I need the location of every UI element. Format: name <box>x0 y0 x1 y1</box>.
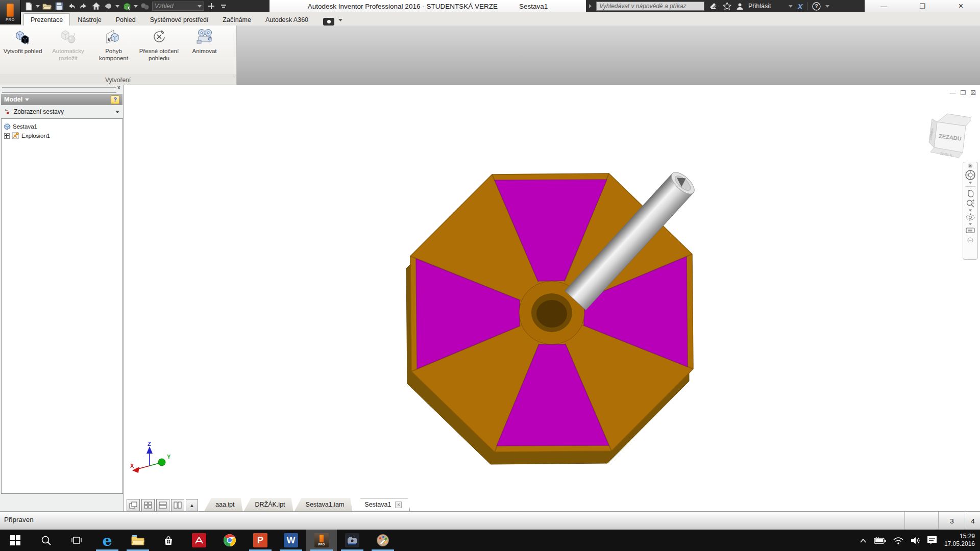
help-icon[interactable]: ? <box>812 2 821 11</box>
assembly-view-selector[interactable]: Zobrazení sestavy <box>1 106 122 117</box>
appearance-combo[interactable]: Vzhled <box>152 2 204 11</box>
return-icon[interactable] <box>103 2 113 11</box>
minimize-icon[interactable]: — <box>874 3 894 10</box>
zoom-icon[interactable] <box>964 199 976 208</box>
pan-hand-icon[interactable] <box>964 189 976 198</box>
tree-item-explosion1[interactable]: Explosion1 <box>2 131 122 140</box>
battery-icon[interactable] <box>874 537 886 544</box>
move-components-button[interactable]: Pohyb komponent <box>91 26 136 72</box>
browser-close-icon[interactable]: x <box>117 85 120 90</box>
communication-center-icon[interactable] <box>709 2 718 10</box>
help-dropdown-icon[interactable] <box>825 5 829 8</box>
return-dropdown-icon[interactable] <box>115 5 119 8</box>
doc-minimize-icon[interactable]: — <box>949 89 955 96</box>
look-at-icon[interactable] <box>964 227 976 235</box>
help-search-placeholder: Vyhledávat v nápovědě a příkaz <box>599 3 687 10</box>
tab-prezentace[interactable]: Prezentace <box>23 13 70 26</box>
cascade-windows-button[interactable] <box>127 499 140 511</box>
tab-zaciname[interactable]: Začínáme <box>216 14 258 26</box>
open-icon[interactable] <box>42 2 52 11</box>
camera-app-button[interactable] <box>337 530 368 551</box>
material-cube-icon[interactable] <box>121 2 132 11</box>
tab-systemove-prostredi[interactable]: Systémové prostředí <box>143 14 215 26</box>
animate-button[interactable]: Animovat <box>182 26 227 72</box>
help-search-input[interactable]: Vyhledávat v nápovědě a příkaz <box>596 2 704 11</box>
navigation-wheel-icon[interactable] <box>964 169 976 181</box>
volume-icon[interactable] <box>911 537 920 544</box>
tile-vertical-button[interactable] <box>171 499 184 511</box>
graphics-viewport[interactable]: — ❐ ☒ ZEZADU ZPRAVA ZDOLA <box>124 85 980 511</box>
doc-tab-drzak[interactable]: DRŽÁK.ipt <box>244 498 293 511</box>
taskbar-search-button[interactable] <box>31 530 61 551</box>
tree-item-sestava1[interactable]: Sestava1 <box>2 122 122 131</box>
material-dropdown-icon[interactable] <box>134 5 138 8</box>
precise-view-rotate-button[interactable]: Přesné otočení pohledu <box>136 26 182 72</box>
doc-tab-close-icon[interactable]: × <box>395 502 402 508</box>
browser-header-caret-icon[interactable] <box>25 98 29 101</box>
appearance-combo-caret-icon[interactable] <box>198 5 202 8</box>
browser-header[interactable]: Model ? <box>1 94 122 105</box>
redo-icon[interactable] <box>79 2 89 11</box>
search-collapse-icon[interactable] <box>589 4 592 8</box>
task-view-button[interactable] <box>61 530 92 551</box>
navbar-zoom-dropdown-icon[interactable] <box>969 210 972 212</box>
create-view-button[interactable]: Vytvořit pohled <box>0 26 45 72</box>
restore-icon[interactable]: ❐ <box>912 3 933 10</box>
signin-button[interactable]: Přihlásit <box>748 3 771 10</box>
tree-expander-icon[interactable] <box>4 133 10 139</box>
save-icon[interactable] <box>54 2 64 11</box>
tab-nastroje[interactable]: Nástroje <box>71 14 108 26</box>
browser-help-icon[interactable]: ? <box>111 95 119 104</box>
home-icon[interactable] <box>91 2 101 11</box>
undo-icon[interactable] <box>66 2 77 11</box>
tab-autodesk-a360[interactable]: Autodesk A360 <box>259 14 315 26</box>
tile-windows-button[interactable] <box>141 499 155 511</box>
favorites-star-icon[interactable] <box>723 2 731 10</box>
exchange-apps-icon[interactable]: X <box>797 2 802 11</box>
wifi-icon[interactable] <box>893 537 903 544</box>
expand-tab-bar-button[interactable]: ▲ <box>186 499 198 511</box>
navbar-more-icon[interactable] <box>964 236 976 242</box>
word-button[interactable]: W <box>276 530 306 551</box>
screencast-icon[interactable] <box>323 18 334 26</box>
doc-close-icon[interactable]: ☒ <box>970 89 976 96</box>
ribbon-group-label[interactable]: Vytvoření <box>0 74 236 85</box>
customize-toolbar-icon[interactable] <box>218 2 229 11</box>
start-button[interactable] <box>0 530 31 551</box>
inventor-taskbar-button[interactable]: PRO <box>306 530 337 551</box>
new-file-icon[interactable] <box>23 2 34 11</box>
navbar-wheel-dropdown-icon[interactable] <box>969 182 972 184</box>
new-file-dropdown-icon[interactable] <box>36 5 40 8</box>
assembly-view-caret-icon[interactable] <box>115 111 119 113</box>
a360-button[interactable] <box>184 530 214 551</box>
tile-horizontal-button[interactable] <box>156 499 169 511</box>
signin-person-icon[interactable] <box>736 3 744 10</box>
powerpoint-button[interactable]: P <box>245 530 276 551</box>
orbit-icon[interactable] <box>964 213 976 222</box>
doc-restore-icon[interactable]: ❐ <box>960 89 966 96</box>
navbar-close-icon[interactable] <box>964 163 976 168</box>
chrome-button[interactable] <box>214 530 245 551</box>
navigation-bar[interactable] <box>963 162 978 260</box>
file-explorer-button[interactable] <box>122 530 153 551</box>
appearance-combo-value: Vzhled <box>155 3 174 10</box>
view-cube[interactable]: ZEZADU ZPRAVA ZDOLA <box>922 110 971 159</box>
doc-tab-sestava1-iam[interactable]: Sestava1.iam <box>295 498 353 511</box>
store-button[interactable] <box>153 530 184 551</box>
signin-dropdown-icon[interactable] <box>789 5 793 8</box>
inventor-app-logo[interactable]: PRO <box>0 0 21 24</box>
navbar-orbit-dropdown-icon[interactable] <box>969 223 972 226</box>
tray-expand-icon[interactable] <box>860 538 867 543</box>
taskbar-clock[interactable]: 15:29 17.05.2016 <box>944 533 975 548</box>
browser-drag-handle[interactable] <box>2 87 116 93</box>
add-quick-tool-icon[interactable] <box>206 2 216 11</box>
tab-pohled[interactable]: Pohled <box>109 14 142 26</box>
model-3d-view[interactable] <box>124 85 980 512</box>
edge-button[interactable]: e <box>92 530 122 551</box>
screencast-dropdown-icon[interactable] <box>338 19 342 21</box>
close-icon[interactable]: × <box>950 2 971 11</box>
action-center-icon[interactable] <box>927 536 937 545</box>
doc-tab-aaa[interactable]: aaa.ipt <box>204 498 243 511</box>
paint-app-button[interactable] <box>368 530 398 551</box>
doc-tab-sestava1[interactable]: Sestava1 × <box>353 498 410 511</box>
